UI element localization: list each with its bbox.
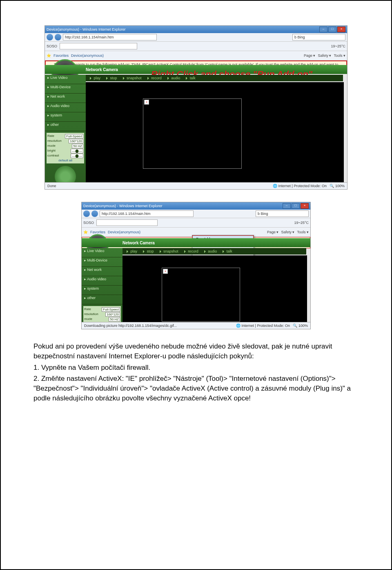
sidebar-system[interactable]: system: [45, 112, 86, 122]
active-tab[interactable]: Device(anonymous): [71, 54, 104, 58]
screenshot-2: Device(anonymous) - Windows Internet Exp…: [81, 202, 311, 329]
status-text: Downloading picture http://192.168.1.154…: [84, 324, 177, 328]
forward-button[interactable]: [91, 210, 98, 217]
favorites-icon: ⭐: [83, 230, 88, 234]
sidebar-other[interactable]: other: [45, 122, 86, 131]
toolbar-page[interactable]: Page ▾: [304, 54, 316, 58]
stop-button[interactable]: stop: [142, 249, 154, 253]
camera-header: Network Camera: [82, 238, 310, 247]
search-box[interactable]: b Bing: [292, 34, 345, 40]
close-button[interactable]: ×: [301, 203, 309, 209]
back-button[interactable]: [47, 34, 53, 40]
sidebar-audio-video[interactable]: Audio video: [45, 103, 86, 112]
resolution-select[interactable]: 160*120: [105, 312, 120, 317]
soso-search[interactable]: [96, 219, 158, 226]
zoom-level: 100%: [335, 184, 345, 188]
maximize-button[interactable]: □: [328, 27, 336, 32]
mode-select[interactable]: 50 HZ: [109, 317, 120, 322]
sidebar-system[interactable]: system: [82, 286, 122, 295]
resolution-label: resolution: [84, 312, 98, 317]
talk-button[interactable]: talk: [185, 76, 196, 80]
status-bar: Done 🌐 Internet | Protected Mode: On 🔍 1…: [45, 182, 347, 189]
toolbar-tools[interactable]: Tools ▾: [297, 230, 309, 234]
sidebar-network[interactable]: Net work: [45, 94, 86, 103]
rate-select[interactable]: Full-Speed: [65, 134, 83, 139]
minimize-button[interactable]: –: [283, 203, 291, 209]
mode-label: mode: [84, 317, 92, 322]
talk-button[interactable]: talk: [222, 249, 232, 253]
camera-title: Network Camera: [122, 241, 155, 245]
record-button[interactable]: record: [147, 76, 162, 80]
sidebar-multi-device[interactable]: Multi-Device: [82, 257, 122, 267]
video-placeholder: ×: [143, 98, 242, 169]
forward-button[interactable]: [55, 34, 61, 40]
default-all-link[interactable]: default all: [47, 159, 83, 162]
minimize-button[interactable]: –: [319, 27, 327, 32]
sidebar-live-video[interactable]: Live Video: [45, 75, 86, 84]
maximize-button[interactable]: □: [292, 203, 300, 209]
screenshot-1: Device(anonymous) - Windows Internet Exp…: [45, 25, 347, 190]
rate-select[interactable]: Full-Speed: [102, 307, 120, 312]
weather-widget: 19~25°C: [294, 221, 309, 225]
address-bar[interactable]: http://192.168.1.154/main.htm: [100, 210, 194, 217]
window-titlebar: Device(anonymous) - Windows Internet Exp…: [82, 202, 310, 210]
stop-button[interactable]: stop: [105, 76, 117, 80]
window-title: Device(anonymous) - Windows Internet Exp…: [83, 204, 163, 208]
playback-toolbar: play stop snapshot record audio talk: [122, 248, 306, 255]
rate-label: Rate: [84, 307, 91, 312]
toolbar-safety[interactable]: Safety ▾: [318, 54, 331, 58]
soso-label: SOSO: [83, 221, 94, 225]
address-bar[interactable]: http://192.168.1.154/main.htm: [63, 34, 157, 40]
camera-controls: RateFull-Speed resolution160*120 mode50 …: [47, 133, 84, 163]
audio-button[interactable]: audio: [167, 76, 180, 80]
toolbar-page[interactable]: Page ▾: [267, 230, 279, 234]
paragraph-intro: Pokud ani po provedení výše uvedeného ne…: [33, 342, 359, 361]
snapshot-button[interactable]: snapshot: [159, 249, 178, 253]
playback-toolbar: play stop snapshot record audio talk: [86, 75, 343, 81]
back-button[interactable]: [83, 210, 90, 217]
sidebar-audio-video[interactable]: Audio video: [82, 276, 122, 286]
camera-sidebar: Live Video Multi-Device Net work Audio v…: [82, 248, 122, 329]
weather-widget: 19~25°C: [331, 44, 345, 48]
record-button[interactable]: record: [183, 249, 198, 253]
sidebar-other[interactable]: other: [82, 295, 122, 304]
snapshot-button[interactable]: snapshot: [122, 76, 142, 80]
close-button[interactable]: ×: [337, 27, 345, 32]
window-title: Device(anonymous) - Windows Internet Exp…: [47, 27, 126, 31]
zone-text: Internet | Protected Mode: On: [242, 324, 290, 328]
audio-button[interactable]: audio: [203, 249, 217, 253]
nav-row: http://192.168.1.154/main.htm b Bing: [82, 210, 310, 218]
toolbar-tools[interactable]: Tools ▾: [334, 54, 345, 58]
sidebar-live-video[interactable]: Live Video: [82, 248, 122, 257]
sidebar-multi-device[interactable]: Multi-Device: [45, 84, 86, 94]
window-buttons: – □ ×: [283, 203, 309, 209]
resolution-select[interactable]: 160*120: [69, 139, 83, 143]
mode-label: mode: [47, 144, 56, 148]
soso-toolbar: SOSO 19~25°C: [45, 42, 347, 51]
window-titlebar: Device(anonymous) - Windows Internet Exp…: [45, 26, 347, 33]
bright-slider[interactable]: —⬤—: [71, 149, 83, 153]
camera-sidebar: Live Video Multi-Device Net work Audio v…: [45, 75, 86, 189]
video-placeholder: ×: [162, 268, 240, 322]
status-bar: Downloading picture http://192.168.1.154…: [82, 322, 310, 329]
favorites-label[interactable]: Favorites: [53, 54, 69, 58]
sidebar-network[interactable]: Net work: [82, 267, 122, 276]
play-button[interactable]: play: [89, 76, 100, 80]
broken-image-icon: ×: [144, 100, 149, 105]
play-button[interactable]: play: [126, 249, 137, 253]
contrast-slider[interactable]: —⬤—: [71, 154, 83, 158]
active-tab[interactable]: Device(anonymous): [108, 230, 140, 234]
soso-toolbar: SOSO 19~25°C: [82, 218, 310, 228]
toolbar-safety[interactable]: Safety ▾: [281, 230, 294, 234]
video-area: ×: [122, 255, 307, 326]
list-item-1: 1. Vypněte na Vašem počítači firewall.: [33, 363, 359, 373]
zone-text: Internet | Protected Mode: On: [278, 184, 327, 188]
resolution-label: resolution: [47, 139, 62, 143]
search-box[interactable]: b Bing: [256, 210, 309, 217]
rate-label: Rate: [47, 134, 54, 139]
zone-icon: 🌐: [273, 184, 278, 188]
video-area: ×: [86, 82, 344, 186]
favorites-label[interactable]: Favorites: [90, 230, 105, 234]
soso-search[interactable]: [60, 43, 137, 49]
mode-select[interactable]: 50 HZ: [72, 144, 83, 148]
